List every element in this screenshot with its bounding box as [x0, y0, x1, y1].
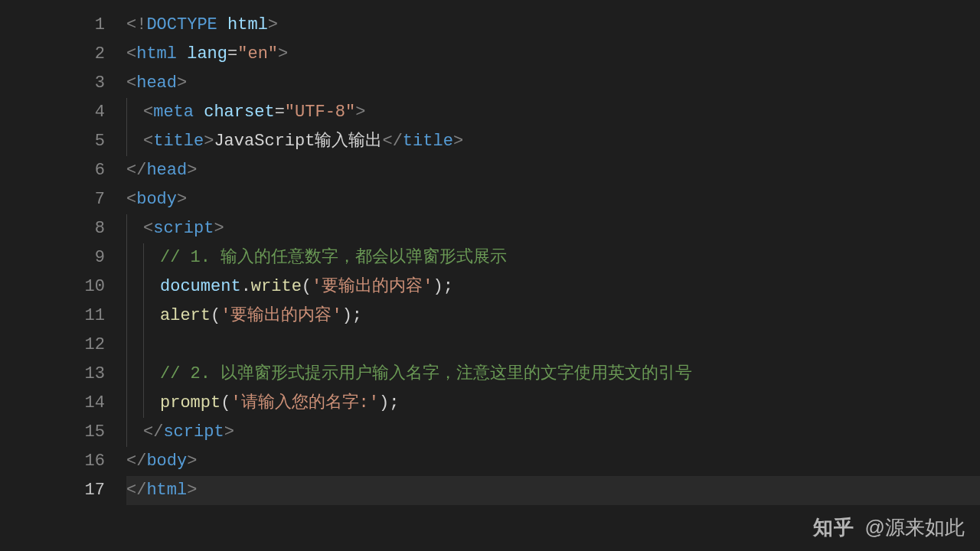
token-paren: ( — [302, 277, 312, 296]
token-txt: . — [241, 277, 251, 296]
token-tag: body — [136, 190, 177, 209]
line-number: 16 — [0, 447, 105, 476]
line-number: 3 — [0, 69, 105, 98]
token-pun: <! — [126, 15, 146, 34]
token-paren: ( — [220, 393, 230, 412]
token-txt: ; — [352, 306, 362, 325]
token-fn: prompt — [160, 393, 220, 412]
line-number: 7 — [0, 185, 105, 214]
token-tag: title — [153, 132, 204, 151]
watermark: 知乎 @源来如此 — [813, 513, 965, 542]
token-tag: script — [163, 422, 224, 442]
token-paren: ) — [379, 393, 389, 412]
line-number: 10 — [0, 272, 105, 302]
token-pun: < — [143, 219, 153, 238]
code-line[interactable]: </html> — [126, 476, 980, 505]
token-str: '要输出的内容' — [220, 306, 341, 325]
code-line[interactable]: <html lang="en"> — [126, 40, 980, 69]
token-tag: body — [146, 452, 187, 471]
code-line[interactable]: </script> — [126, 418, 980, 447]
token-cmt: // 2. 以弹窗形式提示用户输入名字，注意这里的文字使用英文的引号 — [160, 364, 692, 383]
token-fn: alert — [160, 306, 211, 325]
code-line[interactable]: alert('要输出的内容'); — [126, 302, 980, 331]
code-line[interactable]: <title>JavaScript输入输出</title> — [126, 127, 980, 156]
code-line[interactable]: <meta charset="UTF-8"> — [126, 98, 980, 127]
code-line[interactable]: <body> — [126, 185, 980, 214]
token-pun: > — [453, 132, 463, 151]
token-pun: > — [187, 161, 197, 180]
line-number: 5 — [0, 127, 105, 156]
token-tag: head — [146, 161, 187, 180]
code-line[interactable]: </body> — [126, 447, 980, 476]
token-str: "UTF-8" — [285, 103, 355, 122]
token-pun: > — [278, 44, 288, 64]
token-obj: document — [160, 277, 241, 296]
token-txt — [177, 44, 187, 64]
code-line[interactable] — [126, 331, 980, 360]
token-pun: > — [214, 219, 224, 238]
token-cmt: // 1. 输入的任意数字，都会以弹窗形式展示 — [160, 248, 507, 267]
line-number: 11 — [0, 302, 105, 331]
token-tag: DOCTYPE — [146, 15, 217, 34]
token-txt: JavaScript输入输出 — [214, 132, 382, 151]
token-tag: title — [403, 132, 453, 151]
token-tag: meta — [153, 103, 194, 122]
token-tag: html — [136, 44, 177, 64]
token-pun: > — [177, 190, 187, 209]
line-number: 15 — [0, 418, 105, 447]
token-fn: write — [251, 277, 302, 296]
code-line[interactable]: prompt('请输入您的名字:'); — [126, 389, 980, 418]
token-paren: ) — [433, 277, 443, 296]
token-attr: charset — [204, 103, 274, 122]
token-pun: </ — [126, 161, 146, 180]
token-str: "en" — [237, 44, 278, 64]
token-txt: = — [227, 44, 237, 64]
code-line[interactable]: // 1. 输入的任意数字，都会以弹窗形式展示 — [126, 243, 980, 272]
token-pun: </ — [143, 422, 163, 442]
line-number: 9 — [0, 243, 105, 272]
line-number: 13 — [0, 360, 105, 389]
code-line[interactable]: // 2. 以弹窗形式提示用户输入名字，注意这里的文字使用英文的引号 — [126, 360, 980, 389]
code-area[interactable]: <!DOCTYPE html><html lang="en"><head><me… — [126, 11, 980, 505]
line-number-gutter: 1234567891011121314151617 — [0, 11, 126, 505]
code-line[interactable]: <head> — [126, 69, 980, 98]
token-pun: < — [126, 73, 136, 93]
token-tag: html — [146, 481, 187, 500]
token-txt — [194, 103, 204, 122]
token-attr: html — [227, 15, 268, 34]
token-txt — [217, 15, 227, 34]
token-paren: ( — [211, 306, 220, 325]
line-number: 4 — [0, 98, 105, 127]
token-attr: lang — [187, 44, 227, 64]
line-number: 2 — [0, 40, 105, 69]
token-tag: script — [153, 219, 214, 238]
token-str: '请输入您的名字:' — [230, 393, 379, 412]
line-number: 6 — [0, 156, 105, 185]
line-number: 12 — [0, 331, 105, 360]
token-pun: > — [187, 481, 197, 500]
token-pun: </ — [126, 481, 146, 500]
token-txt: ; — [443, 277, 453, 296]
token-pun: > — [224, 422, 234, 442]
zhihu-logo: 知乎 — [813, 513, 854, 542]
token-pun: </ — [382, 132, 402, 151]
code-line[interactable]: <!DOCTYPE html> — [126, 11, 980, 40]
code-line[interactable]: </head> — [126, 156, 980, 185]
token-pun: < — [126, 190, 136, 209]
code-line[interactable]: <script> — [126, 214, 980, 243]
token-txt: = — [275, 103, 285, 122]
token-pun: < — [143, 132, 153, 151]
line-number: 17 — [0, 476, 105, 505]
code-editor[interactable]: 1234567891011121314151617 <!DOCTYPE html… — [0, 0, 980, 505]
line-number: 1 — [0, 11, 105, 40]
token-txt: ; — [389, 393, 399, 412]
token-pun: < — [143, 103, 153, 122]
token-pun: > — [187, 452, 197, 471]
watermark-author: @源来如此 — [865, 513, 965, 542]
code-line[interactable]: document.write('要输出的内容'); — [126, 272, 980, 302]
line-number: 8 — [0, 214, 105, 243]
token-pun: > — [177, 73, 187, 93]
token-paren: ) — [342, 306, 352, 325]
token-tag: head — [136, 73, 177, 93]
line-number: 14 — [0, 389, 105, 418]
